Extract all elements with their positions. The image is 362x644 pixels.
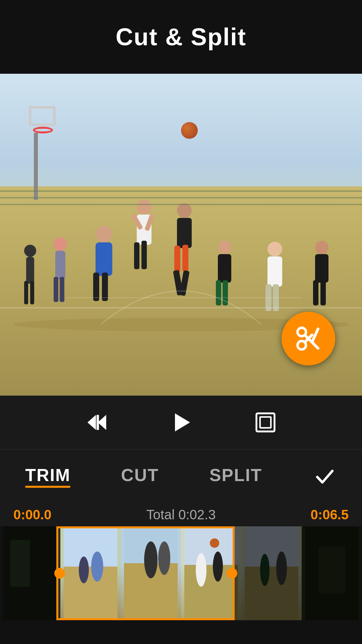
svg-rect-15 (134, 242, 139, 269)
svg-point-29 (267, 242, 282, 256)
svg-rect-34 (315, 254, 328, 283)
tab-split[interactable]: SPLIT (209, 465, 262, 488)
trim-label: TRIM (25, 465, 70, 485)
svg-rect-11 (93, 273, 99, 301)
edit-tabs: TRIM CUT SPLIT (0, 449, 362, 503)
svg-rect-7 (54, 277, 58, 302)
svg-rect-56 (64, 567, 117, 620)
svg-rect-3 (24, 281, 28, 304)
playback-controls (0, 396, 362, 449)
checkmark-icon (313, 464, 337, 488)
svg-rect-16 (141, 241, 147, 269)
tab-cut[interactable]: CUT (121, 465, 159, 488)
time-labels: 0:00.0 Total 0:02.3 0:06.5 (0, 503, 362, 526)
svg-point-65 (210, 538, 219, 548)
svg-rect-21 (174, 246, 180, 273)
fence (0, 170, 362, 237)
film-frame-2 (60, 526, 121, 620)
svg-rect-8 (60, 277, 64, 302)
svg-rect-27 (216, 280, 221, 305)
svg-rect-4 (30, 281, 34, 304)
svg-marker-49 (98, 415, 106, 430)
header: Cut & Split (0, 0, 362, 74)
svg-point-66 (196, 553, 206, 587)
svg-rect-55 (64, 526, 117, 567)
svg-point-5 (54, 237, 67, 251)
svg-marker-47 (87, 415, 96, 430)
svg-point-1 (24, 245, 36, 257)
trim-handle-right[interactable] (227, 568, 237, 579)
basketball (181, 122, 198, 139)
video-player (0, 74, 362, 396)
svg-rect-51 (256, 413, 275, 431)
play-button[interactable] (169, 410, 193, 434)
rewind-icon (84, 410, 109, 434)
svg-rect-41 (0, 204, 362, 205)
svg-rect-35 (313, 280, 318, 305)
frame-thumbnail-2 (60, 526, 121, 620)
svg-rect-52 (260, 417, 271, 428)
scissors-icon (293, 324, 323, 354)
svg-point-61 (144, 541, 158, 578)
play-icon (169, 410, 193, 434)
fullscreen-icon (253, 410, 278, 434)
time-end: 0:06.5 (311, 507, 349, 522)
svg-rect-30 (267, 256, 282, 287)
fullscreen-button[interactable] (253, 410, 278, 434)
svg-rect-26 (218, 254, 231, 283)
split-label: SPLIT (209, 465, 262, 485)
dim-right (235, 526, 362, 620)
frame-thumbnail-3 (121, 526, 181, 620)
svg-rect-12 (102, 273, 108, 301)
hoop-ring (33, 127, 53, 133)
svg-point-58 (91, 551, 103, 582)
backboard (29, 106, 56, 126)
trim-underline (25, 486, 70, 488)
svg-rect-10 (96, 242, 112, 276)
svg-rect-6 (55, 251, 65, 279)
svg-marker-50 (175, 413, 190, 431)
svg-rect-2 (26, 257, 34, 284)
trim-handle-left[interactable] (54, 568, 65, 579)
time-total: Total 0:02.3 (146, 507, 216, 522)
svg-point-67 (213, 551, 223, 582)
svg-rect-40 (0, 197, 362, 198)
cut-label: CUT (121, 465, 159, 485)
svg-point-25 (218, 241, 231, 254)
svg-point-33 (315, 241, 328, 254)
page-title: Cut & Split (116, 23, 246, 51)
svg-rect-39 (0, 190, 362, 192)
svg-point-57 (79, 557, 89, 583)
dim-left (0, 526, 56, 620)
svg-point-62 (158, 541, 170, 575)
film-frame-3 (121, 526, 181, 620)
timeline[interactable] (0, 526, 362, 593)
confirm-button[interactable] (313, 464, 337, 488)
filmstrip-container (0, 526, 362, 620)
svg-rect-22 (182, 245, 188, 272)
tab-trim[interactable]: TRIM (25, 465, 70, 488)
time-start: 0:00.0 (13, 507, 51, 522)
svg-rect-36 (320, 280, 326, 305)
scissors-button[interactable] (282, 312, 335, 365)
rewind-button[interactable] (84, 410, 109, 434)
